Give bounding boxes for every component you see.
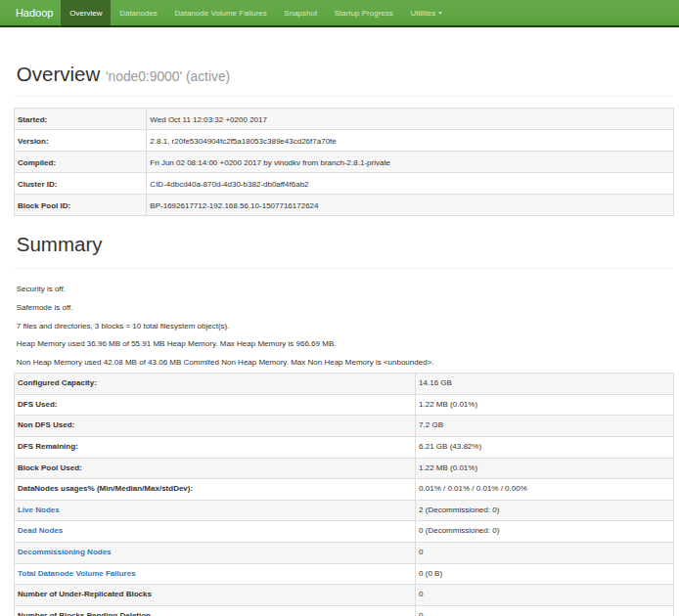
- stats-table-row: Total Datanode Volume Failures0 (0 B): [14, 563, 673, 585]
- stats-row-value: 0: [415, 605, 673, 616]
- summary-line-4: Heap Memory used 36.96 MB of 55.91 MB He…: [14, 335, 673, 354]
- info-row-value: Fri Jun 02 08:14:00 +0200 2017 by vinodk…: [146, 151, 673, 172]
- stats-row-value: 1.22 MB (0.01%): [415, 458, 673, 479]
- stats-row-label: Block Pool Used:: [14, 458, 415, 479]
- info-row-label: Compiled:: [14, 151, 146, 172]
- stats-row-label: Configured Capacity:: [14, 374, 415, 395]
- summary-stats-table: Configured Capacity:14.16 GBDFS Used:1.2…: [14, 373, 674, 616]
- stats-table-row: Configured Capacity:14.16 GB: [14, 374, 673, 395]
- nav-item-utilities: Utilities: [402, 0, 452, 25]
- summary-line-3: 7 files and directories, 3 blocks = 10 t…: [14, 318, 673, 336]
- summary-paragraphs: Security is off.Safemode is off.7 files …: [14, 281, 673, 374]
- stat-link-total-datanode-volume-failures[interactable]: Total Datanode Volume Failures: [18, 569, 136, 578]
- stats-row-value: 2 (Decommissioned: 0): [415, 500, 673, 521]
- info-table-row: Block Pool ID:BP-1692617712-192.168.56.1…: [14, 194, 673, 215]
- page-title: Overview 'node0:9000' (active): [14, 63, 673, 86]
- stats-row-label: Non DFS Used:: [14, 416, 415, 437]
- nav-link-datanodes[interactable]: Datanodes: [111, 0, 165, 25]
- info-row-label: Block Pool ID:: [14, 194, 146, 215]
- summary-line-1: Security is off.: [14, 281, 673, 299]
- nav-link-startup-progress[interactable]: Startup Progress: [326, 0, 402, 25]
- stat-link-live-nodes[interactable]: Live Nodes: [18, 506, 60, 514]
- nav-link-snapshot[interactable]: Snapshot: [276, 0, 326, 25]
- stats-table-row: Number of Blocks Pending Deletion0: [14, 605, 673, 616]
- main-content: Overview 'node0:9000' (active) Started:W…: [14, 63, 673, 616]
- info-row-value: 2.8.1, r20fe5304904fc2f5a18053c389e43cd2…: [146, 129, 673, 151]
- info-table-row: Version:2.8.1, r20fe5304904fc2f5a18053c3…: [14, 129, 673, 151]
- stats-table-row: DFS Used:1.22 MB (0.01%): [14, 394, 673, 416]
- stats-row-value: 14.16 GB: [415, 374, 673, 395]
- stat-link-decommissioning-nodes[interactable]: Decommissioning Nodes: [18, 548, 112, 556]
- stats-table-row: Live Nodes2 (Decommissioned: 0): [14, 500, 673, 521]
- stats-table-row: DataNodes usages% (Min/Median/Max/stdDev…: [14, 479, 673, 501]
- nav-item-datanode-volume-failures: Datanode Volume Failures: [166, 0, 276, 25]
- page-title-text: Overview: [17, 63, 100, 85]
- nav-item-startup-progress: Startup Progress: [326, 0, 402, 25]
- stats-row-label: Number of Blocks Pending Deletion: [14, 605, 415, 616]
- page-subtitle: 'node0:9000' (active): [106, 69, 230, 84]
- info-row-value: BP-1692617712-192.168.56.10-150771617262…: [146, 194, 673, 215]
- stats-row-label: Decommissioning Nodes: [14, 543, 415, 564]
- stats-row-value: 0 (0 B): [415, 563, 673, 585]
- stats-row-value: 0 (Decommissioned: 0): [415, 521, 673, 543]
- stats-row-label: DFS Remaining:: [14, 437, 415, 459]
- nav-link-overview[interactable]: Overview: [61, 0, 111, 25]
- stats-row-label: DFS Used:: [14, 394, 415, 416]
- stats-table-row: Block Pool Used:1.22 MB (0.01%): [14, 458, 673, 479]
- nav-link-utilities[interactable]: Utilities: [402, 0, 452, 25]
- info-table-row: Compiled:Fri Jun 02 08:14:00 +0200 2017 …: [14, 151, 673, 172]
- nav-link-datanode-volume-failures[interactable]: Datanode Volume Failures: [166, 0, 276, 25]
- stats-table-row: Number of Under-Replicated Blocks0: [14, 585, 673, 606]
- stats-table-row: Non DFS Used:7.2 GB: [14, 416, 673, 437]
- nav-item-overview: Overview: [61, 0, 111, 25]
- nav-item-datanodes: Datanodes: [111, 0, 165, 25]
- stats-row-value: 7.2 GB: [415, 416, 673, 437]
- caret-down-icon: [438, 12, 442, 15]
- summary-line-2: Safemode is off.: [14, 299, 673, 318]
- summary-title: Summary: [14, 233, 673, 256]
- stats-row-label: Number of Under-Replicated Blocks: [14, 585, 415, 606]
- overview-info-table: Started:Wed Oct 11 12:03:32 +0200 2017Ve…: [14, 108, 674, 216]
- stats-row-label: Dead Nodes: [14, 521, 415, 543]
- info-row-value: CID-4dbcd40a-870d-4d30-b382-db0aff4f6ab2: [146, 172, 673, 194]
- stats-table-row: Decommissioning Nodes0: [14, 543, 673, 564]
- navbar: Hadoop OverviewDatanodesDatanode Volume …: [0, 0, 679, 27]
- overview-page-header: Overview 'node0:9000' (active): [14, 63, 673, 97]
- stat-link-dead-nodes[interactable]: Dead Nodes: [18, 526, 63, 535]
- summary-line-5: Non Heap Memory used 42.08 MB of 43.06 M…: [14, 354, 673, 373]
- info-table-row: Cluster ID:CID-4dbcd40a-870d-4d30-b382-d…: [14, 172, 673, 194]
- stats-table-row: DFS Remaining:6.21 GB (43.82%): [14, 437, 673, 459]
- stats-row-label: Total Datanode Volume Failures: [14, 563, 415, 585]
- nav-menu: OverviewDatanodesDatanode Volume Failure…: [61, 0, 451, 25]
- info-row-value: Wed Oct 11 12:03:32 +0200 2017: [146, 108, 673, 129]
- stats-row-value: 6.21 GB (43.82%): [415, 437, 673, 459]
- stats-row-value: 0: [415, 585, 673, 606]
- nav-item-snapshot: Snapshot: [276, 0, 326, 25]
- stats-table-row: Dead Nodes0 (Decommissioned: 0): [14, 521, 673, 543]
- stats-row-label: Live Nodes: [14, 500, 415, 521]
- info-row-label: Cluster ID:: [14, 172, 146, 194]
- info-table-row: Started:Wed Oct 11 12:03:32 +0200 2017: [14, 108, 673, 129]
- summary-page-header: Summary: [14, 233, 673, 269]
- stats-row-value: 0.01% / 0.01% / 0.01% / 0.00%: [415, 479, 673, 501]
- brand-hadoop[interactable]: Hadoop: [0, 0, 61, 25]
- stats-row-value: 1.22 MB (0.01%): [415, 394, 673, 416]
- stats-row-label: DataNodes usages% (Min/Median/Max/stdDev…: [14, 479, 415, 501]
- stats-row-value: 0: [415, 543, 673, 564]
- info-row-label: Started:: [14, 108, 146, 129]
- info-row-label: Version:: [14, 129, 146, 151]
